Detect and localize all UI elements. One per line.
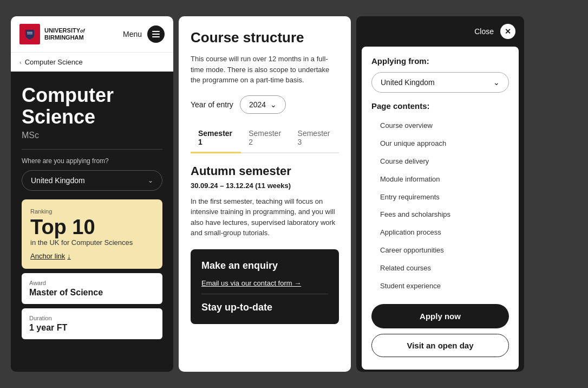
page-contents-label: Page contents: (371, 101, 509, 111)
anchor-down-icon: ↓ (67, 252, 71, 260)
hamburger-line (152, 34, 160, 35)
hamburger-line (152, 36, 160, 37)
right-location-dropdown[interactable]: United Kingdom ⌄ (371, 72, 509, 93)
nav-item-application[interactable]: Application process (371, 224, 509, 242)
ranking-desc: in the UK for Computer Sciences (30, 238, 154, 247)
semester-body: In the first semester, teaching will foc… (191, 196, 339, 238)
ranking-number: Top 10 (30, 217, 154, 237)
location-value: United Kingdom (31, 176, 85, 185)
page-nav-list: Course overview Our unique approach Cour… (371, 117, 509, 295)
duration-label: Duration (29, 315, 155, 321)
location-dropdown[interactable]: United Kingdom ⌄ (22, 170, 162, 191)
logo-shield-icon (19, 24, 40, 44)
award-label: Award (29, 280, 155, 286)
enquiry-link[interactable]: Email us via our contact form → (201, 279, 328, 294)
nav-item-related[interactable]: Related courses (371, 260, 509, 277)
year-entry-row: Year of entry 2024 ⌄ (191, 95, 339, 114)
right-location-value: United Kingdom (381, 78, 435, 87)
semester-tabs: Semester 1 Semester 2 Semester 3 (191, 124, 339, 153)
award-value: Master of Science (29, 288, 155, 298)
breadcrumb: ‹ Computer Science (11, 52, 173, 72)
nav-item-career[interactable]: Career opportunities (371, 242, 509, 260)
anchor-link-text: Anchor link (30, 252, 65, 260)
ranking-card: Ranking Top 10 in the UK for Computer Sc… (22, 199, 162, 269)
nav-item-course-delivery[interactable]: Course delivery (371, 153, 509, 171)
section-desc: This course will run over 12 months in a… (191, 54, 339, 86)
university-name-text: UNIVERSITYof BIRMINGHAM (44, 27, 85, 41)
award-row: Award Master of Science (22, 273, 162, 304)
enquiry-title: Make an enquiry (201, 260, 328, 271)
panel-content: Computer Science MSc Where are you apply… (11, 72, 173, 372)
nav-item-module-info[interactable]: Module information (371, 171, 509, 189)
tab-semester-1[interactable]: Semester 1 (191, 124, 241, 153)
close-button[interactable]: ✕ (500, 24, 515, 39)
nav-item-course-overview[interactable]: Course overview (371, 117, 509, 135)
hamburger-button[interactable] (147, 25, 165, 43)
right-top-bar: Close ✕ (356, 16, 524, 47)
tab-semester-2[interactable]: Semester 2 (241, 124, 290, 153)
right-dropdown-arrow-icon: ⌄ (493, 78, 500, 87)
enquiry-link-text: Email us via our contact form → (201, 279, 301, 287)
menu-label[interactable]: Menu (123, 30, 142, 38)
enquiry-box: Make an enquiry Email us via our contact… (191, 249, 339, 324)
duration-value: 1 year FT (29, 323, 155, 333)
ranking-label: Ranking (30, 208, 154, 215)
nav-item-unique-approach[interactable]: Our unique approach (371, 135, 509, 153)
year-dropdown[interactable]: 2024 ⌄ (240, 95, 286, 114)
semester-heading: Autumn semester (191, 164, 339, 178)
applying-from-label: Where are you applying from? (22, 157, 162, 165)
panel-right: Close ✕ Applying from: United Kingdom ⌄ … (356, 16, 524, 372)
hamburger-line (152, 31, 160, 32)
middle-content: Course structure This course will run ov… (179, 16, 351, 372)
stay-updated-title: Stay up-to-date (201, 302, 328, 313)
header-nav: Menu (123, 25, 165, 43)
university-logo: UNIVERSITYof BIRMINGHAM (19, 24, 85, 44)
panel-left: UNIVERSITYof BIRMINGHAM Menu ‹ Computer … (11, 16, 173, 372)
section-title: Course structure (191, 29, 339, 46)
visit-open-day-button[interactable]: Visit an open day (371, 334, 509, 357)
nav-item-fees[interactable]: Fees and scholarships (371, 206, 509, 224)
right-content: Applying from: United Kingdom ⌄ Page con… (362, 47, 519, 370)
apply-now-button[interactable]: Apply now (371, 304, 509, 328)
year-dropdown-arrow-icon: ⌄ (270, 100, 277, 109)
breadcrumb-text[interactable]: Computer Science (25, 58, 83, 66)
nav-item-entry-requirements[interactable]: Entry requirements (371, 189, 509, 206)
anchor-link[interactable]: Anchor link ↓ (30, 252, 154, 260)
panel-middle: Course structure This course will run ov… (179, 16, 351, 372)
year-entry-label: Year of entry (191, 100, 233, 109)
close-label[interactable]: Close (474, 27, 494, 36)
course-title: Computer Science (22, 85, 162, 127)
nav-item-student[interactable]: Student experience (371, 277, 509, 295)
divider (22, 149, 162, 150)
applying-from-label-right: Applying from: (371, 56, 509, 66)
duration-row: Duration 1 year FT (22, 308, 162, 339)
course-level: MSc (22, 131, 162, 140)
breadcrumb-chevron-icon: ‹ (19, 59, 22, 66)
tab-semester-3[interactable]: Semester 3 (290, 124, 339, 153)
semester-dates: 30.09.24 – 13.12.24 (11 weeks) (191, 182, 339, 190)
year-value: 2024 (249, 100, 266, 109)
header: UNIVERSITYof BIRMINGHAM Menu (11, 16, 173, 52)
dropdown-arrow-icon: ⌄ (148, 177, 153, 184)
